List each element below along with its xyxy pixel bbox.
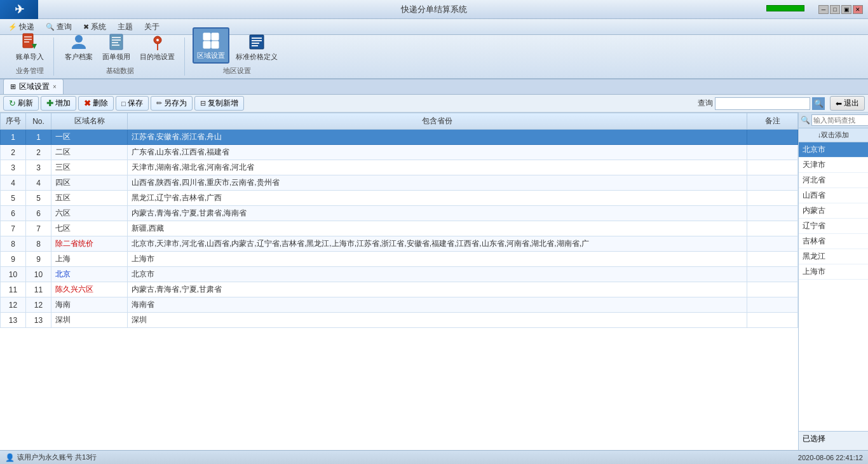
province-item[interactable]: 上海市 — [799, 264, 868, 280]
table-row[interactable]: 11 11 陈久兴六区 内蒙古,青海省,宁夏,甘肃省 — [1, 282, 798, 297]
table-row[interactable]: 12 12 海南 海南省 — [1, 297, 798, 313]
add-btn[interactable]: ✚ 增加 — [41, 96, 76, 111]
cell-remark — [747, 160, 798, 175]
table-row[interactable]: 1 1 一区 江苏省,安徽省,浙江省,舟山 — [1, 130, 798, 145]
cell-name: 海南 — [51, 297, 128, 313]
save-icon: □ — [121, 100, 126, 107]
right-search-input[interactable] — [811, 114, 868, 126]
province-item[interactable]: 黑龙江 — [799, 249, 868, 264]
btn-destination[interactable]: 目的地设置 — [137, 30, 178, 64]
cell-no: 5 — [26, 191, 51, 206]
cell-seq: 5 — [1, 191, 26, 206]
btn-waybill[interactable]: 面单领用 — [99, 30, 133, 64]
cell-no: 1 — [26, 130, 51, 145]
btn-price-def[interactable]: 标准价格定义 — [233, 30, 281, 64]
delete-btn[interactable]: ✖ 删除 — [78, 96, 114, 111]
status-bar: 👤 该用户为永久账号 共13行 2020-08-06 22:41:12 — [0, 450, 868, 464]
cell-name: 深圳 — [51, 313, 128, 328]
cell-remark — [747, 206, 798, 221]
cell-provinces: 天津市,湖南省,湖北省,河南省,河北省 — [128, 160, 747, 175]
col-seq: 序号 — [1, 113, 26, 130]
cell-name: 除二省统价 — [51, 236, 128, 252]
refresh-btn[interactable]: ↻ 刷新 — [3, 96, 39, 111]
col-no: No. — [26, 113, 51, 130]
progress-bar — [766, 5, 804, 11]
save-as-btn[interactable]: ✏ 另存为 — [151, 96, 193, 111]
save-btn[interactable]: □ 保存 — [116, 96, 149, 111]
restore-btn[interactable]: □ — [830, 5, 840, 14]
table-row[interactable]: 9 9 上海 上海市 — [1, 252, 798, 267]
svg-rect-10 — [112, 44, 119, 46]
table-row[interactable]: 3 3 三区 天津市,湖南省,湖北省,河南省,河北省 — [1, 160, 798, 175]
cell-seq: 2 — [1, 145, 26, 160]
svg-point-5 — [75, 35, 83, 43]
app-title: 快递分单结算系统 — [401, 4, 467, 15]
main-content: 序号 No. 区域名称 包含省份 备注 1 1 一区 江苏省,安徽省,浙江省,舟… — [0, 113, 868, 450]
status-datetime: 2020-08-06 22:41:12 — [798, 454, 863, 461]
search-input[interactable] — [715, 97, 810, 110]
cell-provinces: 北京市,天津市,河北省,山西省,内蒙古,辽宁省,吉林省,黑龙江,上海市,江苏省,… — [128, 236, 747, 252]
province-item[interactable]: 山西省 — [799, 188, 868, 203]
table-row[interactable]: 2 2 二区 广东省,山东省,江西省,福建省 — [1, 145, 798, 160]
svg-rect-21 — [252, 45, 258, 46]
add-label: 增加 — [55, 98, 71, 109]
cell-provinces: 上海市 — [128, 252, 747, 267]
table-row[interactable]: 5 5 五区 黑龙江,辽宁省,吉林省,广西 — [1, 191, 798, 206]
tab-close-btn[interactable]: × — [53, 83, 57, 90]
copy-new-btn[interactable]: ⊟ 复制新增 — [194, 96, 244, 111]
refresh-icon: ↻ — [9, 99, 16, 108]
double-click-add-label: ↓双击添加 — [799, 128, 868, 142]
tab-region-icon: ⊞ — [10, 83, 16, 91]
status-user-info: 该用户为永久账号 共13行 — [17, 453, 97, 462]
cell-no: 2 — [26, 145, 51, 160]
search-btn[interactable]: 🔍 — [812, 97, 825, 110]
cell-remark — [747, 267, 798, 282]
province-item[interactable]: 辽宁省 — [799, 219, 868, 234]
cell-provinces: 海南省 — [128, 297, 747, 313]
btn-destination-label: 目的地设置 — [140, 52, 175, 62]
close-btn[interactable]: ✕ — [853, 5, 863, 14]
cell-provinces: 内蒙古,青海省,宁夏,甘肃省,海南省 — [128, 206, 747, 221]
province-item[interactable]: 河北省 — [799, 173, 868, 188]
maximize-btn[interactable]: ▣ — [841, 5, 851, 14]
right-search-icon: 🔍 — [801, 116, 810, 125]
minimize-btn[interactable]: ─ — [818, 5, 829, 14]
svg-rect-19 — [252, 40, 262, 41]
right-panel: 🔍 ↓双击添加 北京市天津市河北省山西省内蒙古辽宁省吉林省黑龙江上海市 已选择 — [798, 113, 868, 450]
svg-rect-15 — [203, 41, 210, 48]
cell-name: 一区 — [51, 130, 128, 145]
province-item[interactable]: 内蒙古 — [799, 203, 868, 219]
exit-btn[interactable]: ⬅ 退出 — [830, 96, 865, 111]
customer-icon — [69, 32, 89, 52]
group-label-basic: 基础数据 — [106, 66, 134, 76]
svg-rect-8 — [112, 39, 121, 41]
table-row[interactable]: 7 7 七区 新疆,西藏 — [1, 221, 798, 236]
btn-customer[interactable]: 客户档案 — [62, 30, 96, 64]
province-item[interactable]: 吉林省 — [799, 234, 868, 249]
cell-name: 北京 — [51, 267, 128, 282]
cell-provinces: 山西省,陕西省,四川省,重庆市,云南省,贵州省 — [128, 175, 747, 191]
user-icon: 👤 — [5, 453, 15, 462]
btn-import[interactable]: 账单导入 — [13, 30, 47, 64]
delete-icon: ✖ — [84, 99, 91, 108]
table-row[interactable]: 8 8 除二省统价 北京市,天津市,河北省,山西省,内蒙古,辽宁省,吉林省,黑龙… — [1, 236, 798, 252]
cell-provinces: 北京市 — [128, 267, 747, 282]
cell-seq: 4 — [1, 175, 26, 191]
btn-region-setting[interactable]: 区域设置 — [193, 27, 229, 64]
cell-remark — [747, 191, 798, 206]
toolbar-buttons-business: 账单导入 — [13, 30, 47, 64]
svg-rect-16 — [212, 41, 219, 48]
table-row[interactable]: 4 4 四区 山西省,陕西省,四川省,重庆市,云南省,贵州省 — [1, 175, 798, 191]
cell-remark — [747, 221, 798, 236]
province-item[interactable]: 北京市 — [799, 142, 868, 158]
cell-remark — [747, 175, 798, 191]
table-row[interactable]: 6 6 六区 内蒙古,青海省,宁夏,甘肃省,海南省 — [1, 206, 798, 221]
cell-no: 8 — [26, 236, 51, 252]
province-item[interactable]: 天津市 — [799, 158, 868, 173]
table-row[interactable]: 13 13 深圳 深圳 — [1, 313, 798, 328]
data-table: 序号 No. 区域名称 包含省份 备注 1 1 一区 江苏省,安徽省,浙江省,舟… — [0, 113, 798, 328]
tab-region-setting[interactable]: ⊞ 区域设置 × — [3, 79, 64, 94]
cell-remark — [747, 313, 798, 328]
table-row[interactable]: 10 10 北京 北京市 — [1, 267, 798, 282]
price-def-icon — [247, 32, 267, 52]
